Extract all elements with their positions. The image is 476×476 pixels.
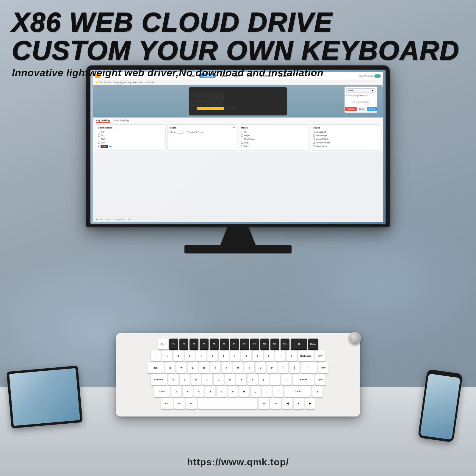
pkey-ctrl-l[interactable]: Ctrl — [161, 398, 173, 409]
pkey-l[interactable]: L — [259, 374, 269, 385]
pkey-j[interactable]: J — [236, 374, 246, 385]
pkey-d[interactable]: D — [191, 374, 201, 385]
pkey-f11[interactable]: F11 — [270, 339, 279, 349]
pkey-p[interactable]: P — [267, 362, 277, 373]
pkey-enter[interactable]: ↵ Enter — [293, 374, 314, 385]
pkey-b[interactable]: B — [217, 386, 227, 397]
pkey-pgdn[interactable]: PgDn — [318, 362, 328, 373]
pkey-down[interactable]: ▼ — [294, 398, 304, 409]
pkey-semicolon[interactable]: ; — [270, 374, 280, 385]
forbidden-button[interactable]: Forbidden — [345, 107, 356, 111]
pkey-up[interactable]: ▲ — [312, 386, 322, 397]
pkey-c[interactable]: C — [194, 386, 204, 397]
pkey-win[interactable]: Win — [174, 398, 185, 409]
cb-shift-box[interactable] — [98, 138, 100, 140]
pkey-v[interactable]: V — [205, 386, 215, 397]
pkey-shift-r[interactable]: ⇧ Shift — [284, 386, 311, 397]
pkey-4[interactable]: 4 — [196, 350, 206, 361]
cb-stop-box[interactable] — [241, 142, 243, 144]
pkey-w[interactable]: W — [176, 362, 187, 373]
pkey-comma[interactable]: , — [250, 386, 261, 397]
pkey-r[interactable]: R — [199, 362, 209, 373]
pkey-s[interactable]: S — [180, 374, 190, 385]
tab-other-setting[interactable]: Other Setting — [113, 119, 129, 123]
pkey-backslash[interactable]: \ — [301, 362, 317, 373]
pkey-t[interactable]: T — [210, 362, 220, 373]
enter-key-pill[interactable]: Enter — [101, 145, 108, 148]
pkey-f[interactable]: F — [202, 374, 212, 385]
cb-mouseleft-box[interactable] — [313, 131, 315, 133]
pkey-tab[interactable]: Tab — [148, 362, 164, 373]
macro-edit-icon[interactable]: ✏ — [233, 126, 235, 129]
cb-prev-box[interactable] — [241, 145, 243, 147]
pkey-bracket-r[interactable]: ] — [289, 362, 300, 373]
pkey-8[interactable]: 8 — [241, 350, 251, 361]
loop-input[interactable] — [178, 131, 184, 134]
pkey-k[interactable]: K — [248, 374, 258, 385]
pkey-f1[interactable]: F1 — [169, 339, 178, 349]
cb-alt-box[interactable] — [98, 134, 100, 137]
pkey-f9[interactable]: F9 — [250, 339, 259, 349]
pkey-q[interactable]: Q — [165, 362, 175, 373]
pkey-alt-l[interactable]: Alt — [186, 398, 197, 409]
pkey-backspace[interactable]: ⌫ — [291, 339, 307, 349]
pkey-1[interactable]: 1 — [162, 350, 172, 361]
pkey-f10[interactable]: F10 — [260, 339, 269, 349]
auto-checkbox[interactable] — [187, 131, 189, 133]
cb-ctrl-box[interactable] — [98, 131, 100, 133]
confirm-button[interactable]: Confirm — [367, 107, 377, 111]
pkey-n[interactable]: N — [228, 386, 238, 397]
pkey-a[interactable]: A — [168, 374, 178, 385]
pkey-f2[interactable]: F2 — [179, 339, 188, 349]
pkey-shift-l[interactable]: ⇧ Shift — [154, 386, 170, 397]
pkey-x[interactable]: X — [183, 386, 193, 397]
cb-fn-box[interactable] — [241, 131, 243, 133]
pkey-f3[interactable]: F3 — [190, 339, 198, 349]
pkey-bracket-l[interactable]: [ — [278, 362, 288, 373]
pkey-3[interactable]: 3 — [185, 350, 195, 361]
pkey-pgdn2[interactable]: PgDn — [315, 374, 325, 385]
pkey-slash[interactable]: / — [273, 386, 283, 397]
pkey-f12[interactable]: F12 — [281, 339, 289, 349]
pkey-esc[interactable]: Esc — [158, 339, 168, 349]
pkey-f7[interactable]: F7 — [230, 339, 239, 349]
cb-mousemiddle-box[interactable] — [313, 138, 315, 140]
cb-mouseright-box[interactable] — [313, 134, 315, 137]
pkey-alt-r[interactable]: Alt — [259, 398, 269, 409]
key-esc[interactable] — [190, 92, 193, 95]
pkey-e[interactable]: E — [188, 362, 198, 373]
pkey-9[interactable]: 9 — [253, 350, 263, 361]
pkey-right[interactable]: ▶ — [305, 398, 315, 409]
pkey-minus[interactable]: - — [275, 350, 285, 361]
pkey-g[interactable]: G — [214, 374, 224, 385]
pkey-equals[interactable]: = — [286, 350, 297, 361]
pkey-i[interactable]: I — [244, 362, 254, 373]
cb-playpause-box[interactable] — [241, 138, 243, 140]
volume-knob[interactable] — [349, 332, 361, 344]
pkey-m[interactable]: M — [239, 386, 249, 397]
pkey-backtick[interactable]: ` — [151, 350, 161, 361]
pkey-z[interactable]: Z — [171, 386, 181, 397]
loop-checkbox[interactable] — [170, 131, 172, 133]
cb-mouseforward-box[interactable] — [313, 142, 315, 144]
tab-key-setting[interactable]: Key Setting — [96, 119, 110, 123]
pkey-f4[interactable]: F4 — [200, 339, 209, 349]
pkey-capslock[interactable]: Caps Lock — [151, 374, 167, 385]
cb-win-box[interactable] — [98, 142, 100, 144]
pkey-space[interactable] — [198, 398, 257, 409]
pkey-home[interactable]: Home — [308, 339, 318, 349]
pkey-0[interactable]: 0 — [264, 350, 274, 361]
pkey-fn[interactable]: Fn — [270, 398, 281, 409]
pkey-5[interactable]: 5 — [207, 350, 217, 361]
pkey-pgup[interactable]: PgUp — [315, 350, 325, 361]
cb-mouseback-box[interactable] — [313, 145, 315, 147]
pkey-period[interactable]: . — [262, 386, 272, 397]
pkey-6[interactable]: 6 — [219, 350, 229, 361]
pkey-7[interactable]: 7 — [230, 350, 240, 361]
cb-player-box[interactable] — [241, 134, 243, 137]
pkey-u[interactable]: U — [233, 362, 243, 373]
pkey-f6[interactable]: F6 — [220, 339, 229, 349]
pkey-h[interactable]: H — [225, 374, 235, 385]
pkey-f8[interactable]: F8 — [240, 339, 249, 349]
pkey-y[interactable]: Y — [222, 362, 232, 373]
